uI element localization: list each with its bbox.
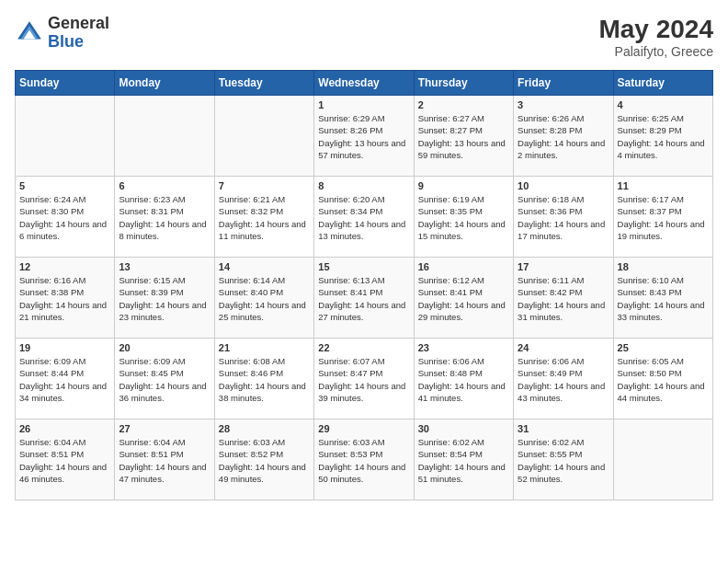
calendar-cell [613,419,712,500]
calendar-cell: 18Sunrise: 6:10 AMSunset: 8:43 PMDayligh… [613,258,712,339]
sunset-text: Sunset: 8:54 PM [418,448,509,460]
day-number: 12 [19,261,110,272]
day-number: 13 [119,261,210,272]
daylight-text: Daylight: 14 hours and 8 minutes. [119,218,210,243]
sunrise-text: Sunrise: 6:05 AM [618,355,709,367]
calendar-cell: 5Sunrise: 6:24 AMSunset: 8:30 PMDaylight… [16,177,115,258]
day-number: 18 [618,261,709,272]
day-number: 21 [219,342,310,353]
calendar-cell: 26Sunrise: 6:04 AMSunset: 8:51 PMDayligh… [16,419,115,500]
cell-info: Sunrise: 6:03 AMSunset: 8:53 PMDaylight:… [318,436,409,485]
cell-info: Sunrise: 6:29 AMSunset: 8:26 PMDaylight:… [318,112,409,161]
daylight-text: Daylight: 14 hours and 33 minutes. [618,299,709,324]
sunrise-text: Sunrise: 6:10 AM [618,274,709,286]
cell-info: Sunrise: 6:14 AMSunset: 8:40 PMDaylight:… [219,274,310,323]
sunrise-text: Sunrise: 6:13 AM [318,274,409,286]
daylight-text: Daylight: 14 hours and 13 minutes. [318,218,409,243]
sunset-text: Sunset: 8:32 PM [219,205,310,217]
sunset-text: Sunset: 8:39 PM [119,286,210,298]
daylight-text: Daylight: 13 hours and 57 minutes. [318,137,409,162]
daylight-text: Daylight: 14 hours and 49 minutes. [219,461,310,486]
sunset-text: Sunset: 8:52 PM [219,448,310,460]
calendar-cell: 8Sunrise: 6:20 AMSunset: 8:34 PMDaylight… [314,177,414,258]
sunrise-text: Sunrise: 6:04 AM [19,436,110,448]
sunrise-text: Sunrise: 6:03 AM [318,436,409,448]
day-number: 11 [618,180,709,191]
cell-info: Sunrise: 6:24 AMSunset: 8:30 PMDaylight:… [19,193,110,242]
logo-general: General [48,14,109,32]
sunrise-text: Sunrise: 6:02 AM [518,436,609,448]
sunrise-text: Sunrise: 6:07 AM [318,355,409,367]
cell-info: Sunrise: 6:06 AMSunset: 8:48 PMDaylight:… [418,355,509,404]
cell-info: Sunrise: 6:16 AMSunset: 8:38 PMDaylight:… [19,274,110,323]
sunrise-text: Sunrise: 6:09 AM [19,355,110,367]
cell-info: Sunrise: 6:11 AMSunset: 8:42 PMDaylight:… [518,274,609,323]
sunrise-text: Sunrise: 6:23 AM [119,193,210,205]
daylight-text: Daylight: 14 hours and 27 minutes. [318,299,409,324]
logo-icon [15,18,44,48]
calendar-week-row: 19Sunrise: 6:09 AMSunset: 8:44 PMDayligh… [16,339,713,419]
location-subtitle: Palaifyto, Greece [598,44,713,59]
day-number: 25 [618,342,709,353]
cell-info: Sunrise: 6:02 AMSunset: 8:55 PMDaylight:… [518,436,609,485]
cell-info: Sunrise: 6:09 AMSunset: 8:45 PMDaylight:… [119,355,210,404]
calendar-cell: 20Sunrise: 6:09 AMSunset: 8:45 PMDayligh… [115,339,214,419]
cell-info: Sunrise: 6:04 AMSunset: 8:51 PMDaylight:… [119,436,210,485]
daylight-text: Daylight: 14 hours and 50 minutes. [318,461,409,486]
day-header-friday: Friday [514,71,613,96]
calendar-cell: 27Sunrise: 6:04 AMSunset: 8:51 PMDayligh… [115,419,214,500]
sunrise-text: Sunrise: 6:11 AM [518,274,609,286]
sunset-text: Sunset: 8:50 PM [618,367,709,379]
sunset-text: Sunset: 8:51 PM [19,448,110,460]
sunset-text: Sunset: 8:41 PM [418,286,509,298]
cell-info: Sunrise: 6:20 AMSunset: 8:34 PMDaylight:… [318,193,409,242]
daylight-text: Daylight: 14 hours and 41 minutes. [418,380,509,405]
cell-info: Sunrise: 6:18 AMSunset: 8:36 PMDaylight:… [518,193,609,242]
calendar-cell: 3Sunrise: 6:26 AMSunset: 8:28 PMDaylight… [514,96,613,177]
calendar-cell: 22Sunrise: 6:07 AMSunset: 8:47 PMDayligh… [314,339,414,419]
cell-info: Sunrise: 6:03 AMSunset: 8:52 PMDaylight:… [219,436,310,485]
cell-info: Sunrise: 6:23 AMSunset: 8:31 PMDaylight:… [119,193,210,242]
logo-blue: Blue [48,32,84,51]
sunrise-text: Sunrise: 6:27 AM [418,112,509,124]
sunrise-text: Sunrise: 6:24 AM [19,193,110,205]
daylight-text: Daylight: 14 hours and 29 minutes. [418,299,509,324]
calendar-cell: 29Sunrise: 6:03 AMSunset: 8:53 PMDayligh… [314,419,414,500]
calendar-week-row: 5Sunrise: 6:24 AMSunset: 8:30 PMDaylight… [16,177,713,258]
sunrise-text: Sunrise: 6:19 AM [418,193,509,205]
sunset-text: Sunset: 8:40 PM [219,286,310,298]
sunset-text: Sunset: 8:35 PM [418,205,509,217]
cell-info: Sunrise: 6:02 AMSunset: 8:54 PMDaylight:… [418,436,509,485]
cell-info: Sunrise: 6:15 AMSunset: 8:39 PMDaylight:… [119,274,210,323]
daylight-text: Daylight: 14 hours and 47 minutes. [119,461,210,486]
day-number: 7 [219,180,310,191]
sunrise-text: Sunrise: 6:18 AM [518,193,609,205]
cell-info: Sunrise: 6:17 AMSunset: 8:37 PMDaylight:… [618,193,709,242]
cell-info: Sunrise: 6:07 AMSunset: 8:47 PMDaylight:… [318,355,409,404]
day-number: 17 [518,261,609,272]
sunset-text: Sunset: 8:51 PM [119,448,210,460]
day-number: 27 [119,423,210,434]
daylight-text: Daylight: 14 hours and 25 minutes. [219,299,310,324]
cell-info: Sunrise: 6:04 AMSunset: 8:51 PMDaylight:… [19,436,110,485]
sunset-text: Sunset: 8:30 PM [19,205,110,217]
calendar-cell: 6Sunrise: 6:23 AMSunset: 8:31 PMDaylight… [115,177,214,258]
daylight-text: Daylight: 14 hours and 34 minutes. [19,380,110,405]
sunrise-text: Sunrise: 6:29 AM [318,112,409,124]
sunset-text: Sunset: 8:34 PM [318,205,409,217]
sunrise-text: Sunrise: 6:25 AM [618,112,709,124]
day-number: 8 [318,180,409,191]
sunset-text: Sunset: 8:41 PM [318,286,409,298]
sunrise-text: Sunrise: 6:14 AM [219,274,310,286]
day-number: 29 [318,423,409,434]
day-number: 15 [318,261,409,272]
calendar-cell: 13Sunrise: 6:15 AMSunset: 8:39 PMDayligh… [115,258,214,339]
sunrise-text: Sunrise: 6:09 AM [119,355,210,367]
day-header-monday: Monday [115,71,214,96]
sunrise-text: Sunrise: 6:03 AM [219,436,310,448]
daylight-text: Daylight: 14 hours and 19 minutes. [618,218,709,243]
calendar-cell: 1Sunrise: 6:29 AMSunset: 8:26 PMDaylight… [314,96,414,177]
day-number: 31 [518,423,609,434]
sunset-text: Sunset: 8:45 PM [119,367,210,379]
calendar-cell: 10Sunrise: 6:18 AMSunset: 8:36 PMDayligh… [514,177,613,258]
